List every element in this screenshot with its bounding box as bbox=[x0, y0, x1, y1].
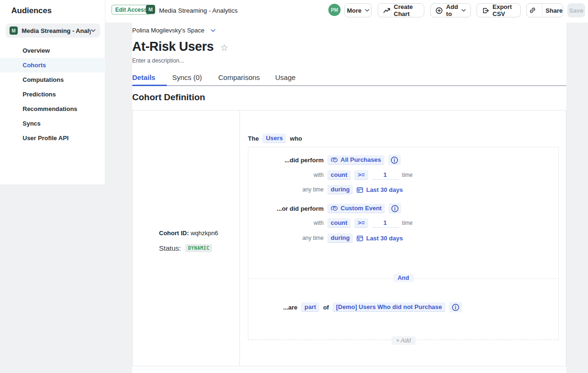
operator-selector[interactable]: >= bbox=[354, 218, 368, 228]
with-label: with bbox=[248, 172, 324, 178]
metric-selector[interactable]: count bbox=[327, 170, 350, 180]
and-toggle[interactable]: And bbox=[393, 274, 413, 282]
event-icon bbox=[331, 206, 338, 211]
trend-line-icon bbox=[383, 8, 390, 13]
right-margin bbox=[566, 23, 588, 373]
subject-selector[interactable]: Users bbox=[262, 134, 286, 143]
count-row: with count >= 1 time bbox=[248, 218, 558, 228]
edit-access-badge[interactable]: Edit Access bbox=[111, 5, 151, 15]
chevron-down-icon bbox=[91, 29, 95, 32]
board-title: Media Streaming - Analytics bbox=[159, 7, 238, 14]
description-input[interactable]: Enter a description... bbox=[132, 57, 184, 64]
time-unit-label: time bbox=[402, 220, 413, 226]
share-button[interactable]: Share bbox=[546, 7, 563, 14]
tab-details[interactable]: Details bbox=[132, 73, 155, 81]
add-to-button[interactable]: Add to bbox=[430, 3, 471, 17]
operator-selector[interactable]: >= bbox=[354, 170, 368, 180]
sidebar-nav: Overview Cohorts Computations Prediction… bbox=[0, 43, 105, 145]
tab-usage[interactable]: Usage bbox=[275, 73, 295, 81]
status-badge: DYNAMIC bbox=[185, 244, 213, 252]
more-button[interactable]: More bbox=[344, 3, 372, 17]
export-csv-button[interactable]: Export CSV bbox=[477, 3, 521, 17]
date-range-selector[interactable]: Last 30 days bbox=[357, 186, 403, 193]
cohort-definition-panel: The Users who ...did perform All Purchas… bbox=[239, 110, 566, 366]
breadcrumb[interactable]: Polina Mogilevsky's Space bbox=[132, 27, 215, 34]
workspace-icon: M bbox=[9, 26, 18, 35]
event-selector[interactable]: All Purchases bbox=[327, 155, 384, 165]
timeframe-row: any time during Last 30 days bbox=[248, 184, 558, 195]
info-icon[interactable] bbox=[388, 155, 401, 165]
event-name: Custom Event bbox=[341, 205, 381, 212]
tab-comparisons[interactable]: Comparisons bbox=[218, 73, 260, 81]
chevron-down-icon bbox=[211, 29, 215, 32]
sidebar-item-cohorts[interactable]: Cohorts bbox=[0, 58, 105, 72]
sidebar-item-overview[interactable]: Overview bbox=[0, 43, 105, 58]
tabs-divider bbox=[132, 85, 566, 86]
star-icon[interactable]: ☆ bbox=[220, 42, 228, 52]
add-condition-button[interactable]: + Add bbox=[391, 336, 415, 345]
part-selector[interactable]: part bbox=[301, 302, 319, 312]
sidebar-item-computations[interactable]: Computations bbox=[0, 72, 105, 87]
sidebar-item-user-profile-api[interactable]: User Profile API bbox=[0, 131, 105, 145]
active-tab-underline bbox=[132, 85, 167, 86]
page-title-row: At-Risk Users ☆ bbox=[132, 40, 228, 54]
event-row: ...or did perform Custom Event bbox=[248, 203, 558, 214]
sidebar-item-syncs[interactable]: Syncs bbox=[0, 116, 105, 131]
during-selector[interactable]: during bbox=[327, 233, 353, 243]
cohort-selector[interactable]: [Demo] Users Who did not Purchase bbox=[333, 302, 445, 312]
add-to-label: Add to bbox=[446, 3, 458, 17]
copy-link-button[interactable] bbox=[527, 4, 539, 17]
tab-syncs[interactable]: Syncs (0) bbox=[172, 73, 202, 81]
content-gutter bbox=[105, 23, 132, 373]
subject-prefix: The bbox=[248, 135, 259, 142]
save-button[interactable]: Save bbox=[567, 3, 585, 17]
workspace-icon-small: M bbox=[146, 5, 155, 14]
metric-selector[interactable]: count bbox=[327, 218, 350, 228]
event-icon bbox=[331, 157, 338, 163]
calendar-icon bbox=[357, 235, 363, 241]
create-chart-label: Create Chart bbox=[394, 3, 419, 17]
topbar: Edit Access M Media Streaming - Analytic… bbox=[105, 0, 588, 23]
date-range-selector[interactable]: Last 30 days bbox=[357, 235, 403, 242]
membership-row: ...are part of [Demo] Users Who did not … bbox=[248, 302, 558, 312]
count-value-input[interactable]: 1 bbox=[372, 218, 398, 228]
page-title: At-Risk Users bbox=[132, 40, 214, 54]
event-row: ...did perform All Purchases bbox=[248, 155, 558, 165]
any-time-label: any time bbox=[248, 186, 324, 193]
cohort-id: Cohort ID: wqhzkpn6 bbox=[159, 230, 218, 237]
info-icon[interactable] bbox=[449, 302, 462, 312]
export-icon bbox=[482, 7, 489, 14]
count-row: with count >= 1 time bbox=[248, 170, 558, 180]
and-divider: And bbox=[248, 278, 558, 279]
info-icon[interactable] bbox=[389, 203, 401, 214]
button-divider bbox=[542, 4, 542, 17]
cohort-info-panel: Cohort ID: wqhzkpn6 Status: DYNAMIC bbox=[132, 110, 240, 366]
workspace-selector[interactable]: M Media Streaming - Analy... bbox=[6, 24, 100, 38]
more-button-label: More bbox=[347, 7, 361, 14]
behavior-group-box: ...did perform All Purchases with count … bbox=[248, 147, 559, 340]
status-line: Status: DYNAMIC bbox=[159, 244, 212, 252]
chevron-down-icon bbox=[461, 9, 466, 12]
sidebar-title: Audiences bbox=[11, 6, 52, 16]
subject-row: The Users who bbox=[248, 133, 302, 143]
any-time-label: any time bbox=[248, 235, 324, 241]
timeframe-row: any time during Last 30 days bbox=[248, 233, 558, 243]
calendar-icon bbox=[357, 187, 363, 193]
with-label: with bbox=[248, 220, 324, 226]
date-range-label: Last 30 days bbox=[366, 186, 403, 193]
create-chart-button[interactable]: Create Chart bbox=[378, 3, 424, 17]
of-label: of bbox=[323, 304, 329, 311]
did-perform-label: ...did perform bbox=[248, 157, 324, 164]
event-selector[interactable]: Custom Event bbox=[327, 204, 385, 213]
workspace-name: Media Streaming - Analy... bbox=[22, 27, 91, 34]
during-selector[interactable]: during bbox=[327, 185, 353, 194]
subject-suffix: who bbox=[290, 135, 302, 142]
cohort-id-label: Cohort ID: bbox=[159, 230, 189, 237]
avatar[interactable]: PM bbox=[328, 4, 341, 16]
sidebar-item-predictions[interactable]: Predictions bbox=[0, 87, 105, 102]
chevron-down-icon bbox=[365, 9, 369, 12]
sidebar: Audiences M Media Streaming - Analy... O… bbox=[0, 0, 105, 184]
sidebar-lower-background bbox=[0, 184, 105, 373]
sidebar-item-recommendations[interactable]: Recommendations bbox=[0, 102, 105, 116]
count-value-input[interactable]: 1 bbox=[372, 170, 398, 180]
